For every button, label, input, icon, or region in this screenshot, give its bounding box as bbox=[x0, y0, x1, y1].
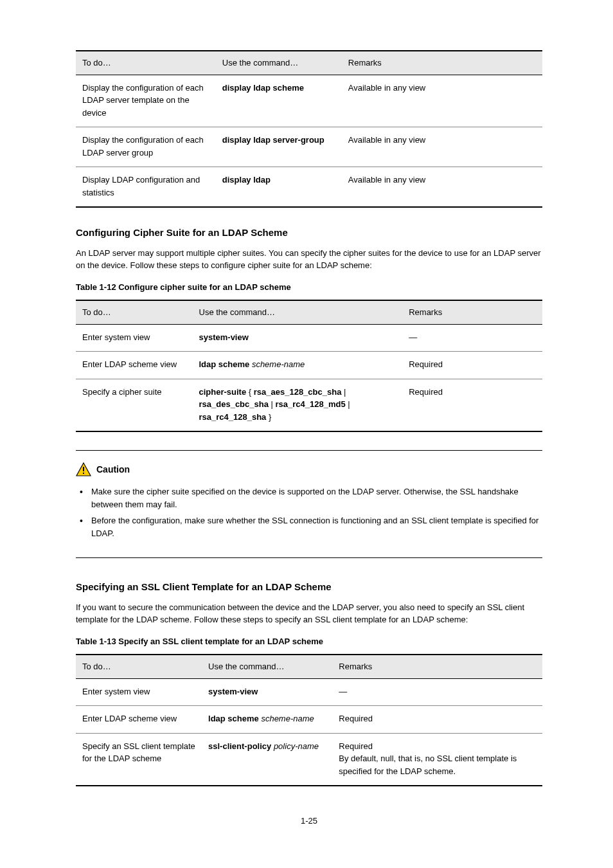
col-todo: To do… bbox=[76, 51, 216, 75]
cell-command: display ldap bbox=[216, 167, 342, 208]
cell-command: system-view bbox=[193, 324, 403, 352]
cell-command: ldap scheme scheme-name bbox=[193, 352, 403, 379]
caution-header: Caution bbox=[76, 462, 542, 476]
col-command: Use the command… bbox=[193, 300, 403, 324]
cell-remarks: Required bbox=[402, 379, 542, 431]
page-number: 1-25 bbox=[76, 815, 542, 827]
section-title-cipher: Configuring Cipher Suite for an LDAP Sch… bbox=[76, 226, 542, 240]
cell-remarks: — bbox=[332, 678, 542, 706]
table-row: Display the configuration of each LDAP s… bbox=[76, 127, 542, 167]
col-command: Use the command… bbox=[216, 51, 342, 75]
table-row: Specify an SSL client template for the L… bbox=[76, 733, 542, 786]
list-item: Before the configuration, make sure whet… bbox=[77, 514, 542, 539]
ssl-template-table: To do… Use the command… Remarks Enter sy… bbox=[76, 654, 542, 786]
cell-todo: Enter LDAP scheme view bbox=[76, 352, 193, 379]
cell-todo: Specify an SSL client template for the L… bbox=[76, 733, 202, 786]
table-row: Display LDAP configuration and statistic… bbox=[76, 167, 542, 208]
table-row: Enter system view system-view — bbox=[76, 678, 542, 706]
cell-remarks: Available in any view bbox=[342, 127, 542, 167]
caution-label: Caution bbox=[96, 463, 130, 476]
cell-remarks: Available in any view bbox=[342, 75, 542, 127]
cell-remarks: Required bbox=[332, 706, 542, 734]
ldap-display-commands-table: To do… Use the command… Remarks Display … bbox=[76, 50, 542, 208]
col-command: Use the command… bbox=[202, 655, 332, 678]
caution-box: Caution Make sure the cipher suite speci… bbox=[76, 450, 542, 558]
table-caption-ssl-template: Table 1-13 Specify an SSL client templat… bbox=[76, 635, 542, 648]
cell-todo: Enter LDAP scheme view bbox=[76, 706, 202, 734]
cell-remarks: Required bbox=[402, 352, 542, 379]
cell-command: ldap scheme scheme-name bbox=[202, 706, 332, 734]
col-todo: To do… bbox=[76, 655, 202, 678]
table-row: Specify a cipher suite cipher-suite { rs… bbox=[76, 379, 542, 431]
table-caption-cipher: Table 1-12 Configure cipher suite for an… bbox=[76, 281, 542, 294]
cell-todo: Enter system view bbox=[76, 678, 202, 706]
warning-triangle-icon bbox=[76, 462, 91, 476]
col-todo: To do… bbox=[76, 300, 193, 324]
cell-command: cipher-suite { rsa_aes_128_cbc_sha | rsa… bbox=[193, 379, 403, 431]
cell-command: display ldap server-group bbox=[216, 127, 342, 167]
section-body-ssl-template: If you want to secure the communication … bbox=[76, 601, 542, 626]
cell-remarks: — bbox=[402, 324, 542, 352]
svg-rect-1 bbox=[83, 467, 84, 471]
cell-todo: Enter system view bbox=[76, 324, 193, 352]
section-title-ssl-template: Specifying an SSL Client Template for an… bbox=[76, 580, 542, 595]
caution-list: Make sure the cipher suite specified on … bbox=[76, 485, 542, 539]
col-remarks: Remarks bbox=[332, 655, 542, 678]
table-row: Display the configuration of each LDAP s… bbox=[76, 75, 542, 127]
section-body-cipher: An LDAP server may support multiple ciph… bbox=[76, 247, 542, 272]
cell-todo: Display the configuration of each LDAP s… bbox=[76, 127, 216, 167]
cell-todo: Display LDAP configuration and statistic… bbox=[76, 167, 216, 208]
svg-rect-2 bbox=[83, 473, 84, 474]
cell-todo: Specify a cipher suite bbox=[76, 379, 193, 431]
table-row: Enter LDAP scheme view ldap scheme schem… bbox=[76, 706, 542, 734]
cell-command: display ldap scheme bbox=[216, 75, 342, 127]
cell-todo: Display the configuration of each LDAP s… bbox=[76, 75, 216, 127]
cell-remarks: Available in any view bbox=[342, 167, 542, 208]
cell-command: system-view bbox=[202, 678, 332, 706]
list-item: Make sure the cipher suite specified on … bbox=[77, 485, 542, 511]
cell-remarks: RequiredBy default, null, that is, no SS… bbox=[332, 733, 542, 786]
col-remarks: Remarks bbox=[342, 51, 542, 75]
table-row: Enter system view system-view — bbox=[76, 324, 542, 352]
cipher-suite-table: To do… Use the command… Remarks Enter sy… bbox=[76, 300, 542, 432]
table-row: Enter LDAP scheme view ldap scheme schem… bbox=[76, 352, 542, 379]
cell-command: ssl-client-policy policy-name bbox=[202, 733, 332, 786]
col-remarks: Remarks bbox=[402, 300, 542, 324]
